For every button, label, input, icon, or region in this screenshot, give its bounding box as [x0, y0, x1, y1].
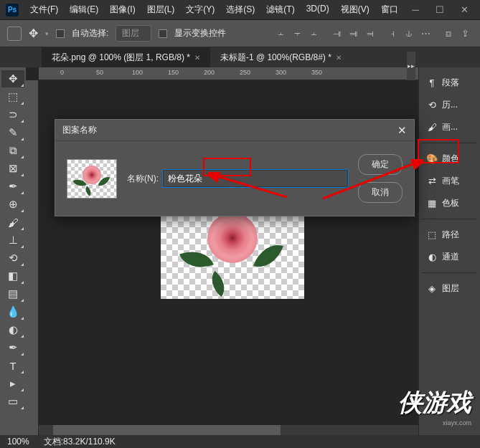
menu-file[interactable]: 文件(F) — [26, 1, 62, 18]
channels-icon: ◐ — [426, 252, 438, 262]
brush-icon: 🖌 — [426, 122, 438, 133]
ruler-tick: 100 — [132, 69, 143, 76]
minimize-button[interactable]: ─ — [405, 4, 425, 15]
show-transform-label: 显示变换控件 — [174, 27, 226, 39]
move-tool[interactable]: ✥ — [1, 70, 24, 87]
menu-filter[interactable]: 滤镜(T) — [262, 1, 298, 18]
crop-tool[interactable]: ⧉ — [1, 142, 24, 159]
maximize-button[interactable]: ☐ — [430, 4, 450, 15]
align-top-icon[interactable]: ⫠ — [273, 26, 288, 42]
menu-edit[interactable]: 编辑(E) — [65, 1, 103, 18]
show-transform-checkbox[interactable] — [159, 29, 167, 38]
tab-2-close-icon[interactable]: ✕ — [336, 54, 342, 62]
home-icon[interactable] — [7, 27, 22, 41]
history-brush-tool[interactable]: ⟲ — [1, 249, 24, 267]
flower-image — [182, 209, 283, 288]
quick-select-tool[interactable]: ✎ — [1, 124, 24, 141]
brush-tool[interactable]: 🖌 — [1, 214, 24, 231]
align-left-icon[interactable]: ⫣ — [329, 26, 344, 42]
history-icon: ⟲ — [426, 100, 438, 110]
scrollbar-thumb[interactable] — [53, 425, 281, 435]
align-vcenter-icon[interactable]: ⫟ — [289, 26, 305, 42]
cancel-button[interactable]: 取消 — [358, 182, 403, 203]
dialog-close-icon[interactable]: ✕ — [397, 124, 407, 137]
panel-color[interactable]: 🎨颜色 — [422, 149, 477, 168]
status-bar: 100% 文档:83.2K/110.9K — [0, 435, 480, 448]
eyedropper-tool[interactable]: ✒ — [1, 178, 24, 195]
tab-1[interactable]: 花朵.png @ 100% (图层 1, RGB/8) * ✕ — [42, 47, 210, 67]
panel-paths[interactable]: ⬚路径 — [422, 225, 477, 244]
menu-image[interactable]: 图像(I) — [105, 1, 139, 18]
path-select-tool[interactable]: ▸ — [1, 375, 24, 392]
swatches-icon: ▦ — [426, 198, 438, 209]
dodge-tool[interactable]: ◐ — [1, 321, 24, 338]
panel-collapse-icon[interactable]: ▸▸ — [407, 52, 415, 80]
shape-tool[interactable]: ▭ — [1, 393, 24, 410]
layers-icon: ◈ — [426, 283, 438, 294]
dialog-titlebar[interactable]: 图案名称 ✕ — [55, 120, 414, 141]
tab-2-label: 未标题-1 @ 100%(RGB/8#) * — [220, 52, 331, 64]
color-icon: 🎨 — [426, 153, 438, 164]
frame-tool[interactable]: ⊠ — [1, 160, 24, 177]
tab-1-close-icon[interactable]: ✕ — [194, 54, 200, 62]
panel-brush-settings[interactable]: ⇄画笔 — [422, 171, 477, 191]
ok-button[interactable]: 确定 — [358, 154, 403, 175]
pen-tool[interactable]: ✒ — [1, 339, 24, 356]
menu-view[interactable]: 视图(V) — [337, 1, 374, 18]
marquee-tool[interactable]: ⬚ — [1, 88, 24, 105]
dialog-title: 图案名称 — [62, 124, 397, 136]
menu-window[interactable]: 窗口 — [377, 1, 403, 18]
panel-swatches[interactable]: ▦色板 — [422, 194, 477, 213]
auto-select-checkbox[interactable] — [56, 29, 65, 38]
healing-tool[interactable]: ⊕ — [1, 196, 24, 213]
lasso-tool[interactable]: ⊃ — [1, 106, 24, 123]
auto-select-label: 自动选择: — [72, 27, 108, 39]
ruler-tick: 200 — [204, 69, 215, 76]
tab-2[interactable]: 未标题-1 @ 100%(RGB/8#) * ✕ — [210, 47, 352, 67]
menu-select[interactable]: 选择(S) — [222, 1, 259, 18]
menu-layer[interactable]: 图层(L) — [143, 1, 179, 18]
document-info[interactable]: 文档:83.2K/110.9K — [44, 436, 116, 448]
panel-brushes[interactable]: 🖌画... — [422, 118, 477, 137]
panel-channels[interactable]: ◐通道 — [422, 247, 477, 267]
ruler-tick: 0 — [60, 69, 64, 76]
main-menu: 文件(F) 编辑(E) 图像(I) 图层(L) 文字(Y) 选择(S) 滤镜(T… — [26, 1, 405, 18]
align-right-icon[interactable]: ⫤ — [362, 26, 377, 42]
align-hcenter-icon[interactable]: ⫥ — [345, 26, 361, 42]
ruler-horizontal[interactable]: 0 50 100 150 200 250 300 350 — [39, 67, 418, 80]
menu-3d[interactable]: 3D(D) — [302, 1, 334, 18]
more-align-icon[interactable]: ⋯ — [418, 26, 433, 42]
panel-paragraph[interactable]: ¶段落 — [422, 73, 477, 92]
layer-select[interactable]: 图层 — [116, 25, 151, 42]
ruler-tick: 150 — [168, 69, 179, 76]
menu-type[interactable]: 文字(Y) — [182, 1, 219, 18]
gradient-tool[interactable]: ▤ — [1, 285, 24, 302]
distribute-h-icon[interactable]: ⫞ — [385, 26, 400, 42]
close-button[interactable]: ✕ — [454, 4, 474, 15]
pattern-name-dialog: 图案名称 ✕ 名称(N): 确定 取消 — [55, 119, 415, 216]
tools-panel: ✥ ⬚ ⊃ ✎ ⧉ ⊠ ✒ ⊕ 🖌 ⊥ ⟲ ◧ ▤ 💧 ◐ ✒ T ▸ ▭ — [0, 67, 26, 435]
ruler-tick: 250 — [240, 69, 250, 76]
ruler-tick: 50 — [96, 69, 103, 76]
panel-history[interactable]: ⟲历... — [422, 95, 477, 115]
title-bar: Ps 文件(F) 编辑(E) 图像(I) 图层(L) 文字(Y) 选择(S) 滤… — [0, 0, 480, 20]
horizontal-scrollbar[interactable] — [39, 425, 418, 435]
type-tool[interactable]: T — [1, 357, 24, 374]
share-icon[interactable]: ⇪ — [457, 26, 473, 42]
3d-mode-icon[interactable]: ⧈ — [441, 26, 456, 42]
stamp-tool[interactable]: ⊥ — [1, 232, 24, 249]
distribute-v-icon[interactable]: ⫝ — [401, 26, 417, 42]
name-input[interactable] — [163, 170, 348, 187]
tool-dropdown-icon[interactable]: ▾ — [45, 30, 49, 37]
app-logo: Ps — [6, 4, 19, 16]
panel-layers[interactable]: ◈图层 — [422, 279, 477, 298]
ruler-tick: 300 — [276, 69, 286, 76]
ruler-vertical[interactable] — [26, 80, 39, 435]
align-bottom-icon[interactable]: ⫠ — [306, 26, 321, 42]
right-panels: ¶段落 ⟲历... 🖌画... 🎨颜色 ⇄画笔 ▦色板 ⬚路径 ◐通道 ◈图层 — [418, 67, 480, 435]
options-bar: ✥ ▾ 自动选择: 图层 显示变换控件 ⫠ ⫟ ⫠ ⫣ ⫥ ⫤ ⫞ ⫝ ⋯ ⧈ … — [0, 20, 480, 47]
zoom-level[interactable]: 100% — [7, 437, 29, 447]
ruler-tick: 350 — [311, 69, 322, 76]
eraser-tool[interactable]: ◧ — [1, 267, 24, 285]
blur-tool[interactable]: 💧 — [1, 303, 24, 320]
